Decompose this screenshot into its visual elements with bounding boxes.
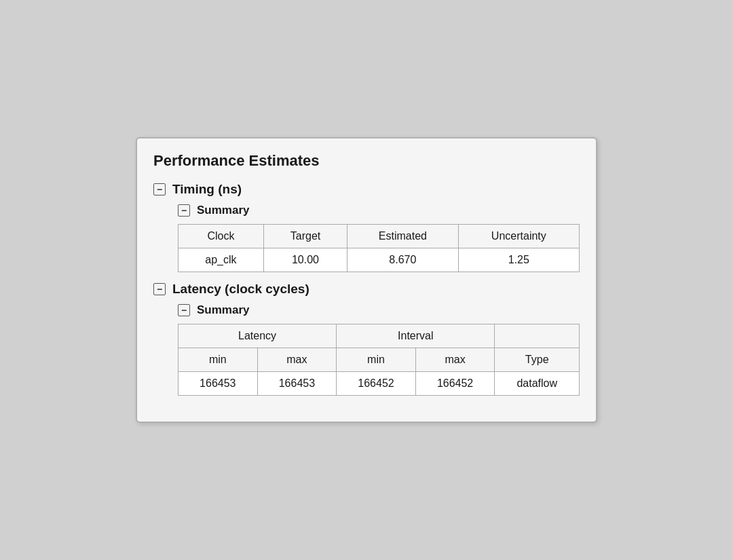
latency-summary-header: − Summary [178, 303, 580, 317]
timing-summary-header: − Summary [178, 204, 580, 217]
latency-col-lat-min: min [178, 348, 258, 372]
timing-table: Clock Target Estimated Uncertainty ap_cl… [178, 224, 580, 272]
performance-estimates-panel: Performance Estimates − Timing (ns) − Su… [136, 137, 597, 423]
latency-col-lat-max: max [257, 348, 337, 372]
latency-table-group-header-row: Latency Interval [178, 324, 580, 348]
latency-summary-collapse-icon[interactable]: − [178, 304, 190, 316]
timing-summary-collapse-icon[interactable]: − [178, 204, 190, 217]
latency-section: − Latency (clock cycles) − Summary Laten… [153, 282, 580, 396]
latency-collapse-icon[interactable]: − [153, 283, 166, 295]
latency-group-interval: Interval [337, 324, 495, 348]
latency-cell-lat-min: 166453 [178, 372, 258, 396]
timing-summary-label: Summary [197, 204, 249, 217]
latency-cell-type: dataflow [495, 372, 580, 396]
latency-col-int-max: max [415, 348, 495, 372]
timing-collapse-icon[interactable]: − [153, 183, 166, 195]
timing-cell-estimated: 8.670 [347, 248, 459, 272]
timing-col-target: Target [263, 225, 347, 248]
timing-col-uncertainty: Uncertainty [458, 225, 579, 248]
latency-group-latency: Latency [178, 324, 337, 348]
latency-table-subheader-row: min max min max Type [178, 348, 580, 372]
latency-table-row: 166453 166453 166452 166452 dataflow [178, 372, 580, 396]
timing-col-estimated: Estimated [347, 225, 459, 248]
latency-section-label: Latency (clock cycles) [172, 282, 309, 297]
latency-summary-label: Summary [197, 303, 249, 317]
timing-cell-target: 10.00 [263, 248, 347, 272]
timing-table-row: ap_clk 10.00 8.670 1.25 [178, 248, 580, 272]
latency-col-type: Type [495, 348, 580, 372]
timing-cell-uncertainty: 1.25 [458, 248, 579, 272]
timing-summary-subsection: − Summary Clock Target Estimated Uncerta… [178, 204, 580, 272]
timing-section-label: Timing (ns) [172, 182, 242, 197]
timing-col-clock: Clock [178, 225, 264, 248]
latency-cell-int-max: 166452 [415, 372, 495, 396]
latency-col-int-min: min [337, 348, 416, 372]
panel-title: Performance Estimates [153, 152, 580, 170]
timing-section-header: − Timing (ns) [153, 182, 580, 197]
latency-cell-lat-max: 166453 [257, 372, 337, 396]
latency-table: Latency Interval min max min max Type 16… [178, 324, 580, 396]
timing-table-header-row: Clock Target Estimated Uncertainty [178, 225, 580, 248]
latency-section-header: − Latency (clock cycles) [153, 282, 580, 297]
timing-section: − Timing (ns) − Summary Clock Target Est… [153, 182, 580, 272]
latency-cell-int-min: 166452 [337, 372, 416, 396]
latency-group-type [495, 324, 580, 348]
timing-cell-clock: ap_clk [178, 248, 264, 272]
latency-summary-subsection: − Summary Latency Interval min max min m… [178, 303, 580, 396]
